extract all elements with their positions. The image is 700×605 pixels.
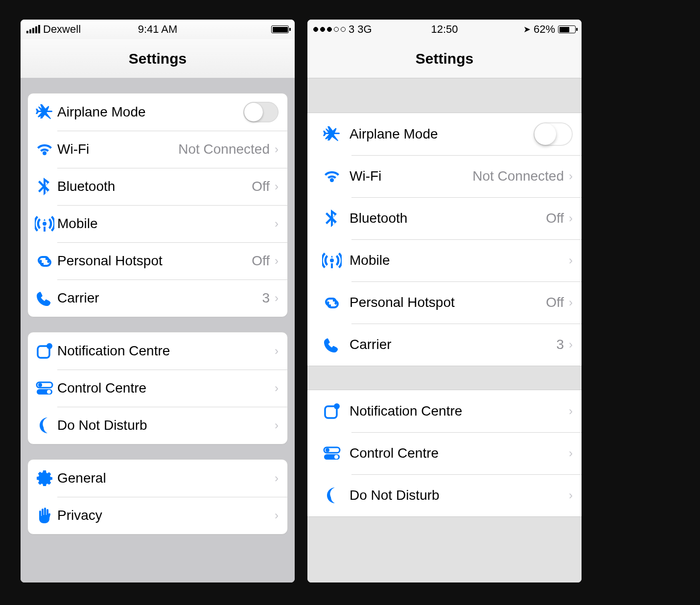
chevron-right-icon: ›	[275, 509, 279, 522]
phone-handset-icon	[32, 288, 57, 308]
settings-row-phone[interactable]: Carrier3›	[307, 324, 582, 366]
row-value: 3	[262, 290, 270, 306]
airplane-icon	[32, 102, 57, 122]
settings-row-mobile[interactable]: Mobile›	[28, 205, 287, 242]
nav-title: Settings	[307, 39, 582, 78]
chevron-right-icon: ›	[275, 291, 279, 305]
chevron-right-icon: ›	[275, 254, 279, 268]
row-label: Wi-Fi	[57, 141, 89, 157]
cellular-tower-icon	[32, 214, 57, 233]
airplane-icon	[314, 124, 350, 144]
settings-row-airplane[interactable]: Airplane Mode	[307, 113, 582, 155]
location-icon: ➤	[523, 24, 531, 35]
settings-row-bluetooth[interactable]: BluetoothOff›	[307, 197, 582, 239]
row-label: Airplane Mode	[350, 126, 438, 142]
clock-time: 12:50	[401, 23, 489, 36]
toggles-icon	[32, 378, 57, 398]
row-label: General	[57, 470, 106, 486]
page-title: Settings	[129, 50, 187, 67]
row-value: Off	[546, 210, 564, 226]
settings-row-control[interactable]: Control Centre›	[28, 370, 287, 407]
settings-row-hotspot[interactable]: Personal HotspotOff›	[307, 281, 582, 324]
row-label: Do Not Disturb	[57, 418, 147, 433]
cellular-tower-icon	[314, 251, 350, 270]
row-label: Personal Hotspot	[57, 253, 163, 269]
chevron-right-icon: ›	[569, 489, 573, 502]
settings-group: Airplane ModeWi-FiNot Connected›Bluetoot…	[307, 113, 582, 366]
settings-row-wifi[interactable]: Wi-FiNot Connected›	[28, 131, 287, 168]
chevron-right-icon: ›	[275, 217, 279, 231]
phone-screen-left: Dexwell 9:41 AM Settings Airplane ModeWi…	[21, 20, 295, 582]
settings-row-mobile[interactable]: Mobile›	[307, 239, 582, 281]
clock-time: 9:41 AM	[114, 23, 202, 36]
row-label: Do Not Disturb	[350, 488, 440, 503]
toggle-switch[interactable]	[243, 102, 279, 122]
chevron-right-icon: ›	[569, 446, 573, 460]
settings-row-notification[interactable]: Notification Centre›	[28, 332, 287, 370]
hotspot-chain-icon	[314, 293, 350, 312]
battery-percentage: 62%	[534, 23, 555, 36]
crescent-moon-icon	[32, 416, 57, 435]
phone-handset-icon	[314, 335, 350, 354]
bluetooth-icon	[32, 177, 57, 196]
settings-row-hotspot[interactable]: Personal HotspotOff›	[28, 242, 287, 279]
settings-row-airplane[interactable]: Airplane Mode	[28, 93, 287, 131]
battery-icon	[558, 25, 576, 33]
row-label: Control Centre	[350, 445, 439, 461]
chevron-right-icon: ›	[275, 381, 279, 395]
settings-row-control[interactable]: Control Centre›	[307, 432, 582, 474]
settings-row-hand[interactable]: Privacy›	[28, 497, 287, 534]
row-label: Airplane Mode	[57, 104, 146, 120]
settings-row-phone[interactable]: Carrier3›	[28, 279, 287, 317]
settings-row-wifi[interactable]: Wi-FiNot Connected›	[307, 155, 582, 197]
chevron-right-icon: ›	[275, 142, 279, 156]
settings-group: Notification Centre›Control Centre›Do No…	[307, 390, 582, 517]
notification-badge-icon	[314, 401, 350, 421]
hotspot-chain-icon	[32, 251, 57, 271]
bluetooth-icon	[314, 209, 350, 228]
toggle-switch[interactable]	[534, 122, 573, 146]
row-value: Off	[252, 179, 270, 194]
settings-group: Airplane ModeWi-FiNot Connected›Bluetoot…	[27, 93, 288, 317]
chevron-right-icon: ›	[275, 419, 279, 432]
chevron-right-icon: ›	[569, 169, 573, 183]
settings-content[interactable]: Airplane ModeWi-FiNot Connected›Bluetoot…	[21, 78, 295, 582]
crescent-moon-icon	[314, 486, 350, 505]
phone-screen-right: 3 3G 12:50 ➤ 62% Settings Airplane ModeW…	[307, 20, 582, 582]
chevron-right-icon: ›	[569, 338, 573, 351]
settings-content[interactable]: Airplane ModeWi-FiNot Connected›Bluetoot…	[307, 78, 582, 582]
row-label: Bluetooth	[57, 179, 115, 194]
wifi-icon	[314, 166, 350, 186]
chevron-right-icon: ›	[569, 404, 573, 418]
chevron-right-icon: ›	[569, 296, 573, 309]
hand-icon	[32, 506, 57, 525]
row-value: 3	[556, 337, 564, 352]
settings-row-moon[interactable]: Do Not Disturb›	[307, 474, 582, 516]
settings-row-gear[interactable]: General›	[28, 460, 287, 497]
nav-title: Settings	[21, 39, 295, 78]
carrier-name: Dexwell	[43, 23, 81, 36]
row-value: Off	[252, 253, 270, 269]
status-bar: Dexwell 9:41 AM	[21, 20, 295, 39]
row-value: Not Connected	[472, 168, 564, 184]
page-title: Settings	[416, 50, 473, 67]
gear-icon	[32, 468, 57, 488]
battery-icon	[271, 25, 289, 33]
carrier-name: 3	[349, 23, 354, 36]
chevron-right-icon: ›	[275, 471, 279, 485]
chevron-right-icon: ›	[569, 254, 573, 267]
row-label: Mobile	[57, 216, 97, 232]
chevron-right-icon: ›	[275, 344, 279, 358]
settings-row-moon[interactable]: Do Not Disturb›	[28, 407, 287, 444]
settings-group: General›Privacy›	[27, 459, 288, 535]
settings-row-bluetooth[interactable]: BluetoothOff›	[28, 168, 287, 205]
row-label: Carrier	[57, 290, 99, 306]
toggles-icon	[314, 443, 350, 463]
row-value: Off	[546, 295, 564, 310]
row-label: Notification Centre	[350, 403, 462, 419]
settings-group: Notification Centre›Control Centre›Do No…	[27, 332, 288, 444]
signal-strength-icon	[26, 25, 40, 33]
row-label: Notification Centre	[57, 343, 170, 359]
chevron-right-icon: ›	[275, 180, 279, 193]
settings-row-notification[interactable]: Notification Centre›	[307, 390, 582, 432]
